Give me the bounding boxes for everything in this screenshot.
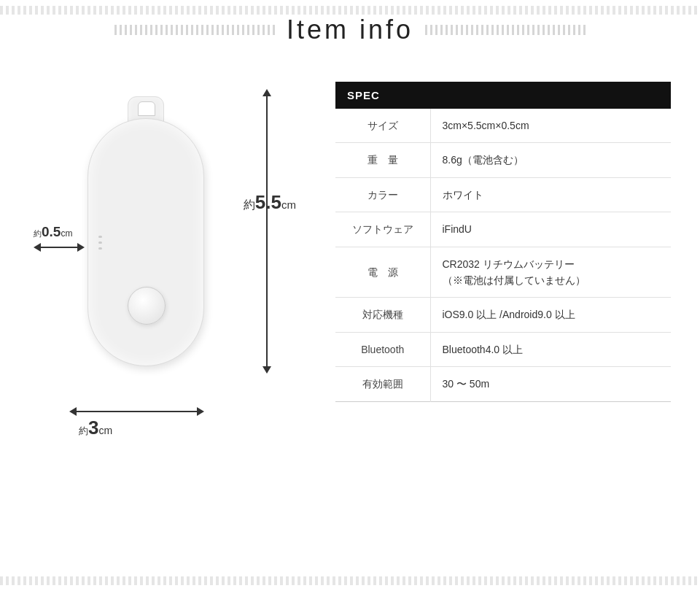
arrow-head-left-w (34, 243, 41, 252)
height-num: 5.5 (255, 191, 281, 213)
spec-label: サイズ (335, 109, 430, 143)
device-dots (98, 236, 102, 250)
arrow-head-right-w (77, 243, 85, 252)
table-row: 有効範囲30 〜 50m (335, 367, 671, 401)
device-dot (98, 242, 102, 244)
zigzag-bottom-deco (0, 576, 700, 585)
page-title: Item info (287, 15, 413, 45)
main-content: 約5.5cm 約0.5cm 約3cm (29, 67, 671, 447)
product-area: 約5.5cm 約0.5cm 約3cm (29, 67, 306, 447)
depth-dimension-label: 約3cm (79, 417, 112, 439)
arrow-line-vertical (266, 96, 268, 366)
spec-label: ソフトウェア (335, 212, 430, 247)
arrow-head-left-d (69, 407, 77, 416)
arrow-line-h-d (77, 411, 197, 412)
width-dimension-container: 約0.5cm (34, 224, 85, 252)
table-row: 重 量8.6g（電池含む） (335, 143, 671, 177)
height-arrow (262, 89, 271, 374)
depth-unit: cm (98, 425, 112, 436)
arrow-line-h-w (41, 247, 77, 248)
zigzag-top-deco (0, 6, 700, 15)
device-hook-inner (138, 101, 155, 116)
spec-label: Bluetooth (335, 332, 430, 366)
table-row: 対応機種iOS9.0 以上 /Android9.0 以上 (335, 298, 671, 332)
depth-yaku: 約 (79, 425, 88, 436)
title-area: Item info (29, 15, 671, 45)
table-row: BluetoothBluetooth4.0 以上 (335, 332, 671, 366)
table-row: 電 源CR2032 リチウムバッテリー（※電池は付属していません） (335, 247, 671, 298)
spec-value: 3cm×5.5cm×0.5cm (430, 109, 671, 143)
height-yaku: 約 (244, 198, 255, 211)
spec-label: 重 量 (335, 143, 430, 177)
width-dimension-label: 約0.5cm (34, 224, 85, 240)
device-body (88, 118, 204, 366)
depth-arrow (69, 407, 204, 416)
device-dot (98, 236, 102, 238)
device-dot (98, 247, 102, 250)
spec-value: iFindU (430, 212, 671, 247)
device-illustration (88, 89, 204, 366)
title-deco-right (425, 25, 586, 35)
spec-table: SPEC サイズ3cm×5.5cm×0.5cm重 量8.6g（電池含む）カラーホ… (335, 82, 671, 402)
spec-area: SPEC サイズ3cm×5.5cm×0.5cm重 量8.6g（電池含む）カラーホ… (335, 82, 671, 402)
spec-value: CR2032 リチウムバッテリー（※電池は付属していません） (430, 247, 671, 298)
spec-label: 対応機種 (335, 298, 430, 332)
spec-label: カラー (335, 177, 430, 212)
spec-value: Bluetooth4.0 以上 (430, 332, 671, 366)
spec-label: 有効範囲 (335, 367, 430, 401)
spec-header: SPEC (335, 82, 671, 109)
arrow-head-up (262, 89, 271, 96)
width-yaku: 約 (34, 229, 42, 238)
table-row: カラーホワイト (335, 177, 671, 212)
page-wrapper: Item info (0, 0, 700, 591)
height-dimension-label: 約5.5cm (244, 191, 296, 214)
depth-num: 3 (88, 417, 98, 439)
width-arrow (34, 243, 85, 252)
table-row: ソフトウェアiFindU (335, 212, 671, 247)
arrow-head-down (262, 366, 271, 374)
table-row: サイズ3cm×5.5cm×0.5cm (335, 109, 671, 143)
width-unit: cm (61, 228, 72, 239)
height-unit: cm (281, 198, 296, 211)
spec-value: 8.6g（電池含む） (430, 143, 671, 177)
spec-value: ホワイト (430, 177, 671, 212)
spec-label: 電 源 (335, 247, 430, 298)
title-deco-left (114, 25, 275, 35)
device-button (128, 287, 166, 325)
spec-value: iOS9.0 以上 /Android9.0 以上 (430, 298, 671, 332)
arrow-head-right-d (197, 407, 204, 416)
spec-value: 30 〜 50m (430, 367, 671, 401)
width-num: 0.5 (42, 224, 61, 239)
